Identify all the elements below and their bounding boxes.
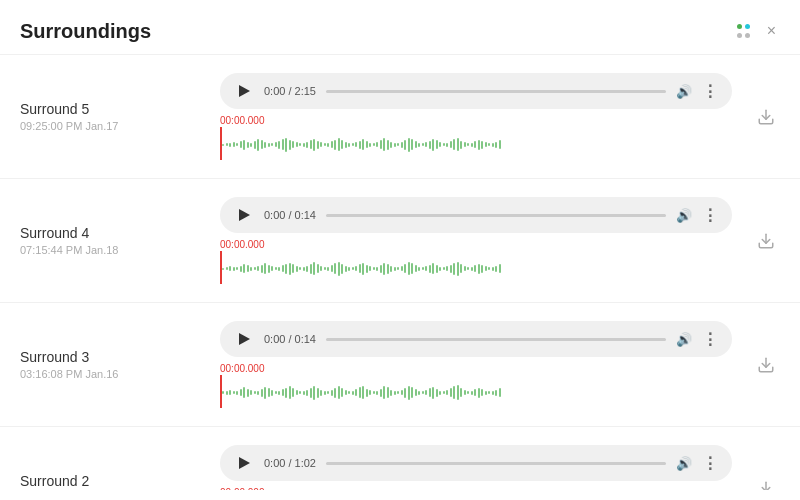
download-button[interactable] xyxy=(752,351,780,379)
waveform-bar xyxy=(436,140,438,149)
waveform-bar xyxy=(474,265,476,272)
download-button[interactable] xyxy=(752,475,780,491)
waveform-bar xyxy=(373,391,375,394)
volume-icon[interactable]: 🔊 xyxy=(676,84,692,99)
waveform-bar xyxy=(278,391,280,395)
waveform-bar xyxy=(394,391,396,395)
waveform-bar xyxy=(338,262,340,276)
waveform-bar xyxy=(257,266,259,271)
download-icon xyxy=(757,108,775,126)
play-button[interactable] xyxy=(234,329,254,349)
waveform-bars xyxy=(222,115,730,160)
waveform-bar xyxy=(457,385,459,400)
waveform-area: 00:00.000 xyxy=(220,239,732,284)
waveform-bar xyxy=(243,387,245,398)
waveform-bar xyxy=(355,142,357,147)
waveform-bar xyxy=(453,139,455,150)
waveform-bar xyxy=(485,142,487,147)
waveform-bar xyxy=(303,143,305,147)
waveform-bar xyxy=(226,391,228,395)
play-button[interactable] xyxy=(234,453,254,473)
waveform-bar xyxy=(495,266,497,272)
progress-bar[interactable] xyxy=(326,462,666,465)
dot-teal xyxy=(745,24,750,29)
download-button[interactable] xyxy=(752,103,780,131)
play-button[interactable] xyxy=(234,205,254,225)
waveform-bar xyxy=(264,387,266,399)
more-options-icon[interactable]: ⋮ xyxy=(702,330,718,349)
download-icon xyxy=(757,356,775,374)
waveform-bar xyxy=(383,138,385,151)
surround-info: Surround 4 07:15:44 PM Jan.18 xyxy=(20,225,200,256)
more-options-icon[interactable]: ⋮ xyxy=(702,82,718,101)
waveform-bar xyxy=(289,263,291,275)
grid-dots-icon[interactable] xyxy=(737,24,751,38)
play-button[interactable] xyxy=(234,81,254,101)
waveform-bar xyxy=(481,141,483,149)
waveform-bar xyxy=(341,388,343,397)
waveform-bar xyxy=(289,386,291,399)
waveform-bar xyxy=(348,143,350,147)
waveform-bar xyxy=(359,264,361,273)
waveform-bar xyxy=(460,141,462,149)
more-options-icon[interactable]: ⋮ xyxy=(702,206,718,225)
waveform-bar xyxy=(411,139,413,150)
waveform-area: 00:00.000 xyxy=(220,487,732,490)
waveform-bar xyxy=(387,140,389,150)
volume-icon[interactable]: 🔊 xyxy=(676,332,692,347)
waveform-bar xyxy=(429,388,431,397)
volume-icon[interactable]: 🔊 xyxy=(676,456,692,471)
progress-bar[interactable] xyxy=(326,90,666,93)
waveform-bar xyxy=(369,390,371,395)
waveform-bar xyxy=(247,265,249,272)
waveform-bar xyxy=(376,142,378,147)
waveform-bar xyxy=(359,387,361,398)
waveform-bar xyxy=(268,388,270,397)
waveform-bar xyxy=(345,390,347,395)
waveform-bar xyxy=(397,391,399,394)
waveform-time: 00:00.000 xyxy=(220,239,265,250)
waveform-bar xyxy=(481,389,483,396)
waveform-bar xyxy=(485,391,487,395)
waveform-bar xyxy=(436,389,438,397)
waveform-bar xyxy=(289,140,291,150)
header-icons: × xyxy=(737,18,780,44)
progress-bar[interactable] xyxy=(326,214,666,217)
waveform-bar xyxy=(411,263,413,274)
waveform-bar xyxy=(450,265,452,273)
volume-icon[interactable]: 🔊 xyxy=(676,208,692,223)
waveform-bar xyxy=(320,266,322,271)
waveform-bar xyxy=(271,390,273,396)
close-button[interactable]: × xyxy=(763,18,780,44)
waveform-bar xyxy=(226,143,228,146)
waveform-bar xyxy=(362,263,364,275)
waveform-bar xyxy=(233,391,235,394)
waveform-bar xyxy=(415,265,417,272)
dot-green xyxy=(737,24,742,29)
surround-date: 09:25:00 PM Jan.17 xyxy=(20,120,200,132)
waveform-bar xyxy=(324,267,326,270)
waveform-bar xyxy=(278,141,280,149)
waveform-bar xyxy=(257,391,259,395)
waveform-bar xyxy=(464,266,466,271)
waveform-bar xyxy=(240,266,242,272)
waveform-bar xyxy=(310,388,312,398)
waveform-bar xyxy=(268,143,270,147)
waveform-bar xyxy=(317,264,319,273)
audio-player: 0:00 / 0:14 🔊 ⋮ xyxy=(220,321,732,357)
waveform-bar xyxy=(373,143,375,146)
waveform-bar xyxy=(292,264,294,273)
play-triangle-icon xyxy=(239,333,250,345)
waveform-bar xyxy=(488,267,490,270)
waveform-bar xyxy=(387,264,389,274)
progress-bar[interactable] xyxy=(326,338,666,341)
more-options-icon[interactable]: ⋮ xyxy=(702,454,718,473)
waveform-bar xyxy=(233,267,235,271)
waveform-bar xyxy=(292,141,294,148)
waveform-bar xyxy=(404,264,406,273)
waveform-bar xyxy=(236,143,238,146)
download-button[interactable] xyxy=(752,227,780,255)
waveform-bar xyxy=(352,391,354,395)
waveform-bar xyxy=(439,267,441,271)
waveform-bar xyxy=(247,389,249,397)
